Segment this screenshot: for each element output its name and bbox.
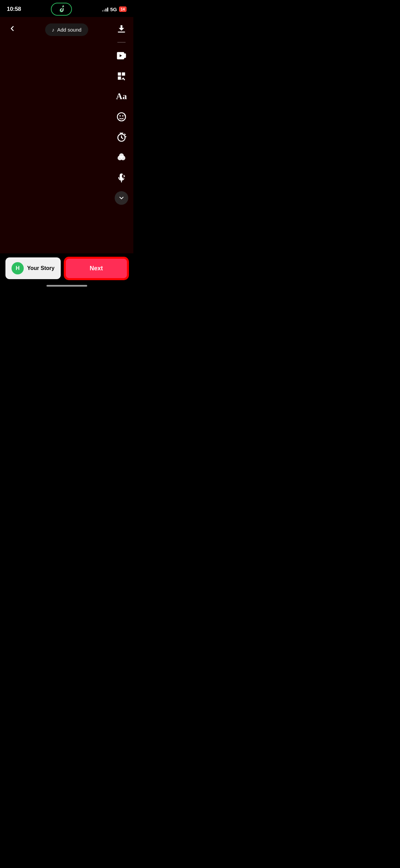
tiktok-icon [58, 5, 65, 13]
right-tools: Aa [114, 22, 129, 205]
add-sound-label: Add sound [57, 27, 81, 33]
svg-point-5 [122, 115, 123, 116]
next-label: Next [90, 265, 103, 272]
templates-button[interactable] [114, 69, 129, 83]
status-center [51, 3, 72, 16]
more-tools-button[interactable] [115, 191, 128, 205]
story-avatar: H [12, 262, 24, 274]
tool-divider [117, 42, 126, 42]
next-button[interactable]: Next [65, 258, 128, 279]
voice-effects-button[interactable] [114, 171, 129, 185]
your-story-label: Your Story [27, 265, 55, 271]
signal-bar-1 [102, 10, 103, 12]
signal-bars [102, 7, 108, 12]
svg-rect-0 [118, 32, 125, 33]
svg-rect-2 [123, 53, 126, 58]
filters-button[interactable] [114, 150, 129, 165]
status-time: 10:58 [7, 6, 21, 13]
download-button[interactable] [114, 22, 129, 36]
network-label: 5G [110, 6, 117, 12]
your-story-button[interactable]: H Your Story [5, 257, 61, 279]
text-icon: Aa [116, 91, 127, 102]
signal-bar-2 [104, 10, 105, 12]
battery-badge: 14 [119, 6, 127, 12]
timer-button[interactable] [114, 130, 129, 144]
text-button[interactable]: Aa [114, 89, 129, 104]
svg-point-9 [119, 153, 124, 158]
add-sound-button[interactable]: ♪ Add sound [45, 23, 88, 36]
main-content: ♪ Add sound [0, 17, 133, 261]
status-bar: 10:58 5G 14 [0, 0, 133, 17]
clip-button[interactable] [114, 49, 129, 63]
music-note-icon: ♪ [52, 27, 55, 33]
avatar-letter: H [16, 265, 20, 271]
stickers-button[interactable] [114, 110, 129, 124]
svg-point-4 [119, 115, 121, 116]
top-toolbar: ♪ Add sound [0, 17, 133, 42]
home-indicator [46, 285, 87, 287]
back-button[interactable] [5, 22, 19, 37]
status-right: 5G 14 [102, 6, 127, 12]
signal-bar-3 [106, 8, 107, 12]
bottom-bar: H Your Story Next [0, 253, 133, 289]
tiktok-logo [51, 3, 72, 16]
signal-bar-4 [107, 7, 108, 12]
